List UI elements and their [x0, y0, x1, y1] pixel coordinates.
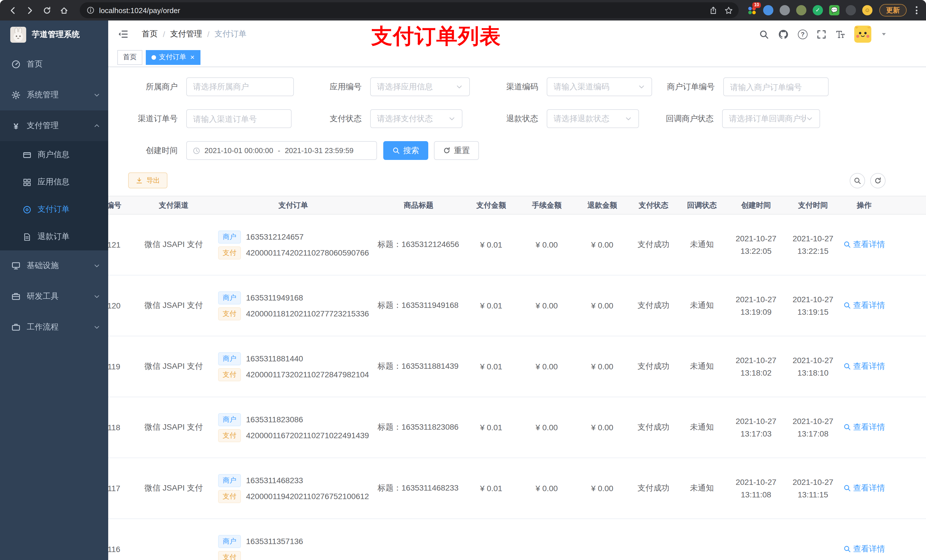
extension-icon-8[interactable]: ☺ — [862, 5, 873, 15]
channel-code-select[interactable]: 请输入渠道编码 — [547, 77, 652, 96]
refund-status-select[interactable]: 请选择退款状态 — [547, 109, 639, 128]
search-icon — [843, 363, 851, 370]
table-row: 118 微信 JSAPI 支付 商户 1635311823086 支 — [108, 397, 926, 458]
create-time-range[interactable]: 2021-10-01 00:00:00 - 2021-10-31 23:59:5… — [186, 141, 377, 160]
menu-label: 系统管理 — [27, 90, 59, 100]
pay-tag: 支付 — [218, 551, 241, 560]
caret-down-icon[interactable] — [881, 31, 887, 38]
view-detail-link[interactable]: 查看详情 — [843, 544, 885, 554]
reset-button[interactable]: 重置 — [434, 141, 479, 160]
sidebar-item-payment[interactable]: ¥ 支付管理 — [0, 110, 108, 141]
sidebar-item-dev-tools[interactable]: 研发工具 — [0, 281, 108, 312]
col-created: 创建时间 — [726, 196, 786, 214]
extension-icon-5[interactable]: ✓ — [813, 5, 823, 15]
browser-menu-icon[interactable] — [912, 4, 920, 17]
url-text[interactable]: localhost:1024/pay/order — [99, 6, 180, 15]
user-avatar[interactable] — [854, 26, 872, 43]
callback-status-label: 回调商户状态 — [639, 113, 722, 124]
pay-status-label: 支付状态 — [292, 113, 370, 124]
breadcrumb-payment[interactable]: 支付管理 — [170, 29, 202, 39]
yen-icon: ¥ — [11, 121, 21, 131]
extension-icon-4[interactable] — [796, 5, 806, 15]
close-tab-icon[interactable]: × — [190, 53, 195, 61]
channel-order-no-input[interactable] — [186, 109, 292, 128]
cell-refund: ¥ 0.00 — [575, 275, 629, 336]
refresh-table-button[interactable] — [870, 173, 885, 188]
sidebar-item-refund-order[interactable]: 退款订单 — [0, 223, 108, 251]
fullscreen-icon[interactable] — [817, 29, 826, 39]
pay-order-no: 4200001173202110272847982104 — [246, 370, 369, 379]
active-tab-dot — [151, 55, 156, 59]
callback-status-select[interactable]: 请选择订单回调商户状态 — [722, 109, 820, 128]
col-filler — [888, 196, 926, 214]
extension-icon-6[interactable]: 💬 — [829, 5, 840, 15]
browser-forward-icon[interactable] — [22, 2, 38, 18]
font-size-icon[interactable] — [835, 29, 845, 39]
cell-actions: 查看详情 — [840, 275, 888, 336]
view-detail-link[interactable]: 查看详情 — [843, 240, 885, 250]
view-detail-link[interactable]: 查看详情 — [843, 422, 885, 433]
sidebar-item-system[interactable]: 系统管理 — [0, 80, 108, 110]
cell-channel: 微信 JSAPI 支付 — [134, 275, 213, 336]
view-detail-link[interactable]: 查看详情 — [843, 300, 885, 311]
sidebar-item-infrastructure[interactable]: 基础设施 — [0, 251, 108, 281]
help-icon[interactable]: ? — [798, 29, 808, 39]
search-button[interactable]: 搜索 — [383, 141, 428, 160]
tab-home[interactable]: 首页 — [117, 50, 142, 65]
browser-reload-icon[interactable] — [39, 2, 54, 18]
col-fee: 手续金额 — [518, 196, 575, 214]
merchant-select[interactable]: 请选择所属商户 — [186, 77, 294, 96]
cell-created — [726, 519, 786, 560]
export-button[interactable]: 导出 — [128, 172, 168, 189]
merchant-order-no-input[interactable] — [723, 77, 829, 96]
bookmark-star-icon[interactable] — [725, 6, 733, 15]
cell-filler — [888, 214, 926, 275]
cell-pay-order: 商户 1635311357136 支付 — [213, 519, 373, 560]
pay-status-select[interactable]: 请选择支付状态 — [370, 109, 462, 128]
site-info-icon[interactable] — [86, 6, 95, 14]
cell-created: 2021-10-27 13:18:02 — [726, 336, 786, 397]
merchant-order-no: 1635311823086 — [246, 415, 303, 424]
github-icon[interactable] — [778, 29, 789, 39]
sidebar-fold-icon[interactable] — [118, 29, 128, 39]
header-search-icon[interactable] — [759, 29, 769, 39]
chevron-down-icon — [94, 92, 100, 98]
cell-status: 支付成功 — [629, 336, 678, 397]
browser-back-icon[interactable] — [5, 2, 21, 18]
sidebar-item-pay-order[interactable]: 支付订单 — [0, 196, 108, 223]
date-end[interactable]: 2021-10-31 23:59:59 — [285, 146, 353, 155]
sidebar-item-merchant-info[interactable]: 商户信息 — [0, 141, 108, 169]
view-detail-link[interactable]: 查看详情 — [843, 483, 885, 494]
dashboard-icon — [11, 60, 21, 69]
cell-callback: 未通知 — [678, 397, 726, 458]
extension-icon-1[interactable]: 10 — [747, 5, 757, 15]
browser-home-icon[interactable] — [56, 2, 72, 18]
share-icon[interactable] — [709, 6, 717, 15]
sidebar-item-workflow[interactable]: 工作流程 — [0, 312, 108, 343]
table-row: 119 微信 JSAPI 支付 商户 1635311881440 支 — [108, 336, 926, 397]
extension-icon-3[interactable] — [780, 5, 790, 15]
view-detail-link[interactable]: 查看详情 — [843, 361, 885, 371]
sidebar-logo[interactable]: 芋道管理系统 — [0, 21, 108, 49]
col-pay-order: 支付订单 — [213, 196, 373, 214]
app-select[interactable]: 请选择应用信息 — [370, 77, 470, 96]
sidebar-item-app-info[interactable]: 应用信息 — [0, 169, 108, 196]
cell-paid: 2021-10-27 13:22:15 — [786, 214, 840, 275]
toggle-search-button[interactable] — [850, 173, 865, 188]
date-start[interactable]: 2021-10-01 00:00:00 — [204, 146, 273, 155]
create-time-label: 创建时间 — [128, 145, 186, 155]
breadcrumb-home[interactable]: 首页 — [142, 29, 158, 39]
tab-pay-order[interactable]: 支付订单 × — [146, 50, 200, 65]
extension-icon-7[interactable] — [846, 5, 856, 15]
col-amount: 支付金额 — [464, 196, 518, 214]
address-bar[interactable]: localhost:1024/pay/order — [80, 2, 738, 18]
sidebar-item-home[interactable]: 首页 — [0, 49, 108, 80]
clock-icon — [192, 146, 200, 154]
table-toolbar: 导出 — [128, 172, 885, 189]
toolbox-icon — [11, 292, 21, 301]
merchant-tag: 商户 — [218, 535, 241, 548]
extension-icon-2[interactable] — [763, 5, 773, 15]
col-status: 支付状态 — [629, 196, 678, 214]
browser-update-button[interactable]: 更新 — [879, 4, 906, 17]
cell-status: 支付成功 — [629, 458, 678, 519]
